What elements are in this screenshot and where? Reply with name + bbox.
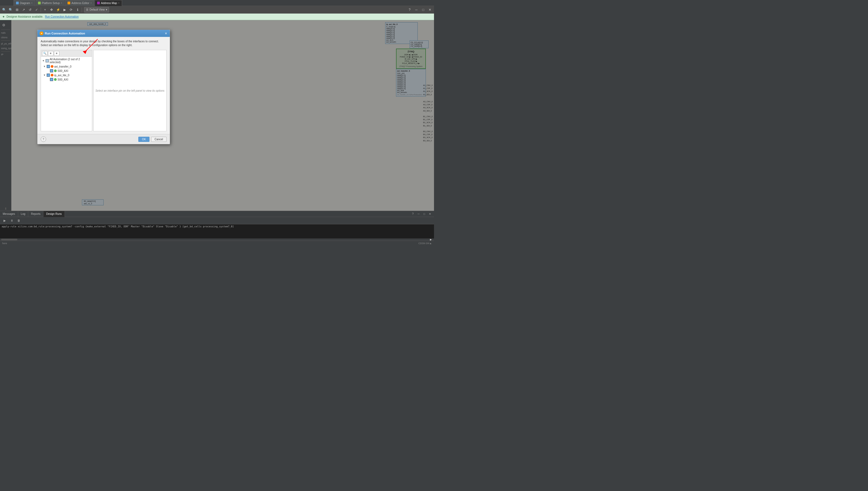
info-button[interactable]: ℹ — [74, 7, 81, 13]
modal-header-icon: ✦ — [39, 31, 43, 35]
tree-axi-transfer-icon — [51, 65, 54, 68]
bottom-scrollbar[interactable] — [1, 239, 18, 240]
tab-diagram-close[interactable]: × — [31, 2, 33, 4]
tab-address-map-label: Address Map — [101, 2, 117, 5]
bottom-log-content: apply-rule xilinx.com:bd_rule:processing… — [0, 224, 434, 238]
run-button[interactable]: ▶ — [62, 7, 67, 13]
tab-platform-setup-close[interactable]: × — [61, 2, 62, 4]
tree-ip-axi-lite-item[interactable]: ▼ ✓ ip_axi_lite_0 — [41, 73, 92, 77]
tree-root-checkbox[interactable]: ▪ — [46, 59, 49, 62]
tree-collapse-all-button[interactable]: ≡ — [54, 51, 59, 56]
zoom-in-button[interactable]: 🔍 — [1, 7, 7, 13]
toolbar-separator-1 — [41, 7, 41, 12]
modal-close-button[interactable]: × — [164, 31, 168, 35]
sidebar-nals[interactable]: nals — [0, 31, 11, 35]
tree-s00-checkbox-1[interactable]: ✓ — [50, 69, 53, 73]
sidebar-ip[interactable]: IP — [0, 52, 11, 57]
tree-panel: 🔍 ≡ ≡ ▼ ▪ All Automation (2 out of 2 sel… — [41, 50, 92, 131]
tree-axi-transfer-label: axi_transfer_0 — [54, 65, 71, 68]
tab-platform-setup[interactable]: Platform Setup × — [35, 0, 65, 6]
left-sidebar: ⚙ nals ctions pl_ps_eth ssing_system7_0 … — [0, 20, 11, 211]
bottom-tab-reports[interactable]: Reports — [28, 211, 43, 217]
tree-ip-axi-lite-icon — [51, 74, 54, 77]
status-bar: here CDSN 0/4▲ — [0, 241, 434, 246]
select-button[interactable]: ↗ — [21, 7, 27, 13]
tree-content: ▼ ▪ All Automation (2 out of 2 selected)… — [41, 57, 92, 131]
modal-description: Automatically make connections in your d… — [41, 39, 167, 47]
tree-root-item[interactable]: ▼ ▪ All Automation (2 out of 2 selected) — [41, 57, 92, 64]
sidebar-nav-item-1[interactable]: ⚙ — [0, 21, 8, 29]
tree-expand-all-button[interactable]: ≡ — [48, 51, 54, 56]
assistance-message: Designer Assistance available. — [6, 15, 43, 18]
zoom-out-button[interactable]: 🔍 — [8, 7, 13, 13]
tree-search-button[interactable]: 🔍 — [42, 51, 48, 56]
tree-toolbar: 🔍 ≡ ≡ — [41, 50, 92, 57]
modal-content-area: 🔍 ≡ ≡ ▼ ▪ All Automation (2 out of 2 sel… — [41, 50, 167, 131]
modal-cancel-button[interactable]: Cancel — [151, 137, 167, 142]
modal-overlay: ✦ Run Connection Automation × Automatica… — [11, 20, 434, 211]
run-connection-automation-link[interactable]: Run Connection Automation — [45, 15, 79, 18]
sidebar-ps-eth[interactable]: pl_ps_eth — [0, 41, 11, 46]
move-button[interactable]: ✥ — [49, 7, 55, 13]
modal-footer: ? OK Cancel — [37, 134, 170, 144]
modal-action-buttons: OK Cancel — [138, 137, 167, 142]
tree-axi-transfer-item[interactable]: ▼ ✓ axi_transfer_0 — [41, 64, 92, 69]
tab-address-editor[interactable]: Address Editor × — [65, 0, 94, 6]
tree-ip-axi-lite-s00axi-item[interactable]: ✓ S00_AXI — [41, 77, 92, 82]
tree-ip-axi-lite-checkbox[interactable]: ✓ — [47, 74, 50, 77]
tab-address-editor-close[interactable]: × — [90, 2, 92, 4]
tree-s00-label-2: S00_AXI — [58, 78, 68, 81]
bottom-help-btn[interactable]: ? — [410, 211, 415, 216]
bottom-tab-messages[interactable]: Messages — [0, 211, 18, 217]
validate-button[interactable]: ✓ — [34, 7, 39, 13]
refresh-button[interactable]: ↺ — [27, 7, 33, 13]
tree-axi-transfer-s00axi-item[interactable]: ✓ S00_AXI — [41, 69, 92, 73]
add-button[interactable]: + — [42, 7, 48, 13]
modal-body: Automatically make connections in your d… — [37, 37, 170, 134]
bottom-scroll-right[interactable]: ▶ — [428, 237, 433, 242]
modal-title-group: ✦ Run Connection Automation — [39, 31, 85, 35]
status-left: here — [2, 242, 7, 245]
tree-ip-axi-lite-label: ip_axi_lite_0 — [54, 74, 69, 77]
main-toolbar: 🔍 🔍 ⊞ ↗ ↺ ✓ + ✥ ⚡ ▶ ⟳ ℹ ☰ Default View ▾… — [0, 6, 434, 13]
bottom-panel-controls: ? ─ □ ✕ — [410, 211, 434, 216]
stop-button[interactable]: ⟳ — [68, 7, 74, 13]
sidebar-scrollbar[interactable] — [5, 207, 6, 210]
view-dropdown-label: Default View — [90, 8, 105, 11]
bottom-delete-btn[interactable]: 🗑 — [16, 218, 22, 224]
bottom-float-btn[interactable]: □ — [422, 211, 427, 216]
bottom-tab-log[interactable]: Log — [18, 211, 28, 217]
bottom-scrollbar-area: ▶ — [0, 238, 434, 241]
address-map-tab-icon — [97, 2, 100, 4]
tree-s00-icon-2 — [54, 78, 57, 81]
help-top-right[interactable]: ? — [407, 7, 413, 13]
view-dropdown-icon: ☰ — [86, 8, 88, 11]
maximize-top[interactable]: □ — [420, 7, 426, 13]
detail-panel: Select an interface pin on the left pane… — [93, 50, 167, 131]
tab-platform-setup-label: Platform Setup — [42, 2, 60, 5]
tree-axi-transfer-checkbox[interactable]: ✓ — [47, 65, 50, 68]
bottom-close-btn[interactable]: ✕ — [427, 211, 432, 216]
tab-diagram[interactable]: Diagram × — [13, 0, 35, 6]
tree-s00-checkbox-2[interactable]: ✓ — [50, 78, 53, 81]
bottom-tab-design-runs[interactable]: Design Runs — [43, 211, 65, 217]
modal-help-button[interactable]: ? — [41, 137, 46, 142]
tab-address-map-close[interactable]: × — [118, 2, 119, 4]
connect-button[interactable]: ⚡ — [55, 7, 61, 13]
tree-root-label: All Automation (2 out of 2 selected) — [50, 58, 91, 64]
close-top[interactable]: ✕ — [427, 7, 433, 13]
minimize-top[interactable]: ─ — [413, 7, 419, 13]
bottom-run-btn[interactable]: ▶ — [2, 218, 8, 224]
bottom-min-btn[interactable]: ─ — [416, 211, 421, 216]
tab-address-map[interactable]: Address Map × — [95, 0, 122, 6]
modal-ok-button[interactable]: OK — [138, 137, 149, 142]
sidebar-processing[interactable]: ssing_system7_0 — [0, 46, 11, 51]
assistance-bar: ✦ Designer Assistance available. Run Con… — [0, 13, 434, 20]
modal-header: ✦ Run Connection Automation × — [37, 30, 170, 37]
platform-setup-tab-icon — [38, 2, 41, 4]
bottom-pause-btn[interactable]: ⏸ — [9, 218, 14, 224]
fit-button[interactable]: ⊞ — [14, 7, 20, 13]
sidebar-ctions[interactable]: ctions — [0, 35, 11, 39]
bottom-panel: Messages Log Reports Design Runs ? ─ □ ✕… — [0, 211, 434, 241]
view-dropdown[interactable]: ☰ Default View ▾ — [84, 7, 109, 12]
